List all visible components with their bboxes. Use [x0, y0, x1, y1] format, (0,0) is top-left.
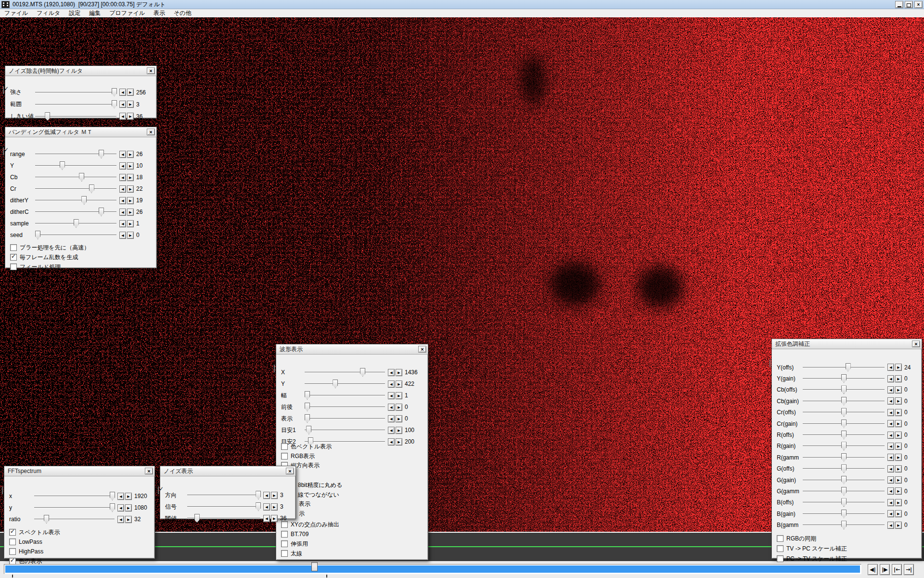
spin-left-icon[interactable]: ◀ — [388, 415, 395, 422]
spin-right-icon[interactable]: ▶ — [895, 510, 902, 517]
spin-right-icon[interactable]: ▶ — [125, 493, 132, 500]
spin-right-icon[interactable]: ▶ — [895, 432, 902, 439]
panel-noise-reduction[interactable]: ノイズ除去(時間軸)フィルタ × 強さ ◀▶ 256 範囲 ◀▶ 3 しきい値 … — [5, 66, 157, 118]
spin-left-icon[interactable]: ◀ — [263, 515, 270, 522]
slider-thumb[interactable] — [841, 408, 847, 417]
checkbox[interactable] — [777, 555, 783, 562]
spin-right-icon[interactable]: ▶ — [127, 197, 134, 204]
filter-enable-checkbox[interactable] — [3, 147, 4, 155]
spin-left-icon[interactable]: ◀ — [117, 516, 124, 523]
spin-left-icon[interactable]: ◀ — [887, 476, 894, 484]
spin-left-icon[interactable]: ◀ — [119, 232, 126, 239]
spin-left-icon[interactable]: ◀ — [263, 492, 270, 499]
spin-left-icon[interactable]: ◀ — [119, 101, 126, 108]
checkbox[interactable] — [9, 529, 16, 536]
slider-track[interactable] — [803, 385, 885, 394]
goto-start-button[interactable]: |← — [892, 564, 902, 575]
spin-left-icon[interactable]: ◀ — [119, 174, 126, 181]
slider-track[interactable] — [34, 491, 115, 501]
slider-thumb[interactable] — [841, 510, 847, 518]
slider-thumb[interactable] — [841, 464, 847, 473]
slider-thumb[interactable] — [99, 150, 104, 158]
slider-track[interactable] — [187, 502, 260, 512]
checkbox[interactable] — [777, 545, 783, 552]
next-frame-button[interactable]: |▶ — [880, 564, 890, 575]
spin-right-icon[interactable]: ▶ — [396, 427, 402, 434]
slider-thumb[interactable] — [846, 363, 851, 372]
slider-thumb[interactable] — [841, 420, 847, 428]
slider-track[interactable] — [35, 230, 116, 240]
panel-title-bar[interactable]: 波形表示 × — [276, 344, 428, 355]
slider-track[interactable] — [803, 396, 885, 406]
panel-noise-display[interactable]: ノイズ表示 × 方向 ◀▶ 3 信号 ◀▶ 3 閾値 ◀▶ 36 — [160, 466, 296, 519]
spin-right-icon[interactable]: ▶ — [895, 454, 902, 461]
spin-left-icon[interactable]: ◀ — [117, 493, 124, 500]
spin-right-icon[interactable]: ▶ — [271, 503, 278, 511]
spin-right-icon[interactable]: ▶ — [895, 397, 902, 405]
filter-enable-checkbox[interactable] — [158, 486, 159, 494]
checkbox[interactable] — [10, 244, 17, 251]
spin-right-icon[interactable]: ▶ — [127, 162, 134, 170]
slider-thumb[interactable] — [360, 368, 365, 377]
spin-right-icon[interactable]: ▶ — [895, 499, 902, 506]
menu-profile[interactable]: プロファイル — [105, 9, 149, 17]
slider-track[interactable] — [803, 520, 885, 530]
spin-right-icon[interactable]: ▶ — [271, 515, 278, 522]
slider-thumb[interactable] — [79, 173, 84, 182]
checkbox[interactable] — [281, 443, 288, 450]
spin-left-icon[interactable]: ◀ — [119, 89, 126, 96]
slider-thumb[interactable] — [74, 219, 79, 228]
spin-right-icon[interactable]: ▶ — [396, 392, 402, 399]
spin-right-icon[interactable]: ▶ — [895, 476, 902, 484]
slider-thumb[interactable] — [305, 403, 310, 411]
slider-thumb[interactable] — [305, 391, 310, 400]
spin-left-icon[interactable]: ◀ — [117, 504, 124, 512]
close-icon[interactable]: × — [912, 341, 920, 347]
slider-track[interactable] — [803, 509, 885, 519]
slider-track[interactable] — [803, 475, 885, 485]
spin-right-icon[interactable]: ▶ — [127, 185, 134, 193]
slider-track[interactable] — [803, 419, 885, 429]
spin-left-icon[interactable]: ◀ — [887, 420, 894, 427]
checkbox[interactable] — [10, 254, 17, 261]
slider-track[interactable] — [803, 407, 885, 417]
slider-track[interactable] — [35, 196, 116, 205]
close-icon[interactable]: × — [286, 468, 294, 474]
slider-track[interactable] — [803, 498, 885, 507]
spin-left-icon[interactable]: ◀ — [887, 375, 894, 382]
slider-thumb[interactable] — [112, 88, 117, 97]
close-icon[interactable]: × — [147, 129, 155, 135]
spin-right-icon[interactable]: ▶ — [895, 522, 902, 529]
slider-thumb[interactable] — [89, 184, 94, 193]
spin-left-icon[interactable]: ◀ — [119, 162, 126, 170]
panel-title-bar[interactable]: バンディング低減フィルタ ＭＴ × — [5, 127, 156, 137]
menu-other[interactable]: その他 — [169, 9, 196, 17]
slider-track[interactable] — [803, 464, 885, 473]
spin-left-icon[interactable]: ◀ — [887, 443, 894, 450]
spin-right-icon[interactable]: ▶ — [127, 174, 134, 181]
slider-track[interactable] — [187, 513, 260, 523]
spin-right-icon[interactable]: ▶ — [895, 443, 902, 450]
spin-right-icon[interactable]: ▶ — [127, 101, 134, 108]
spin-left-icon[interactable]: ◀ — [119, 185, 126, 193]
spin-right-icon[interactable]: ▶ — [895, 409, 902, 416]
spin-right-icon[interactable]: ▶ — [396, 381, 402, 388]
spin-right-icon[interactable]: ▶ — [125, 504, 132, 512]
spin-right-icon[interactable]: ▶ — [125, 516, 132, 523]
spin-right-icon[interactable]: ▶ — [127, 232, 134, 239]
slider-thumb[interactable] — [306, 426, 311, 434]
checkbox[interactable] — [281, 453, 288, 460]
close-button[interactable]: × — [914, 1, 923, 8]
panel-title-bar[interactable]: 拡張色調補正 × — [772, 339, 922, 349]
spin-left-icon[interactable]: ◀ — [887, 364, 894, 371]
slider-thumb[interactable] — [841, 487, 847, 496]
slider-track[interactable] — [35, 149, 116, 159]
slider-thumb[interactable] — [305, 414, 310, 423]
slider-thumb[interactable] — [256, 491, 261, 499]
checkbox[interactable] — [10, 263, 17, 270]
spin-left-icon[interactable]: ◀ — [263, 503, 270, 511]
spin-left-icon[interactable]: ◀ — [119, 151, 126, 158]
spin-right-icon[interactable]: ▶ — [127, 151, 134, 158]
slider-thumb[interactable] — [841, 476, 847, 485]
spin-left-icon[interactable]: ◀ — [388, 381, 395, 388]
